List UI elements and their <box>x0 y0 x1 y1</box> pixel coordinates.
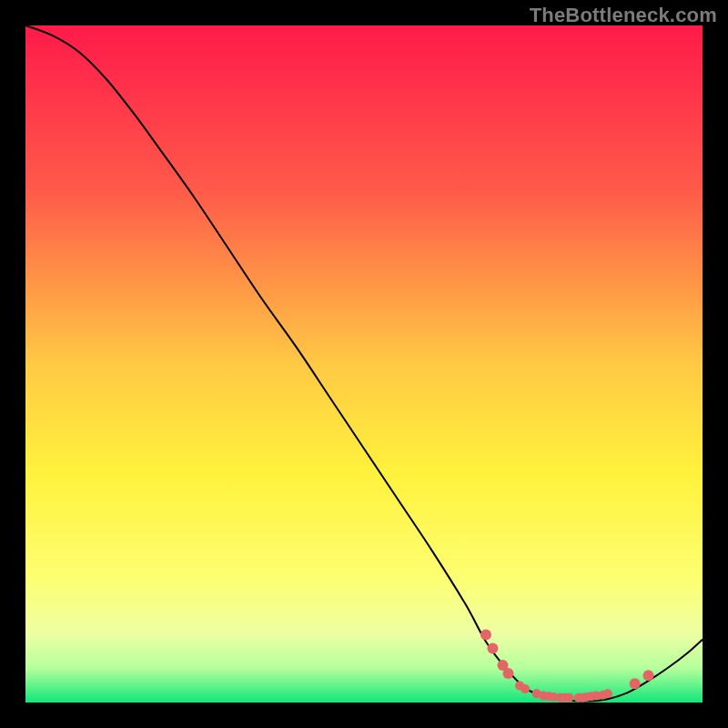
data-marker <box>480 630 491 641</box>
data-marker <box>564 693 573 703</box>
data-marker <box>643 670 654 681</box>
data-marker <box>521 684 530 693</box>
plot-area <box>25 25 703 703</box>
data-marker <box>630 678 641 689</box>
chart-container: TheBottleneck.com <box>0 0 728 728</box>
data-marker <box>503 668 514 679</box>
attribution-label: TheBottleneck.com <box>530 4 717 27</box>
plot-svg <box>25 25 703 703</box>
data-marker <box>603 689 612 698</box>
gradient-background <box>25 25 703 703</box>
data-marker <box>487 643 498 654</box>
